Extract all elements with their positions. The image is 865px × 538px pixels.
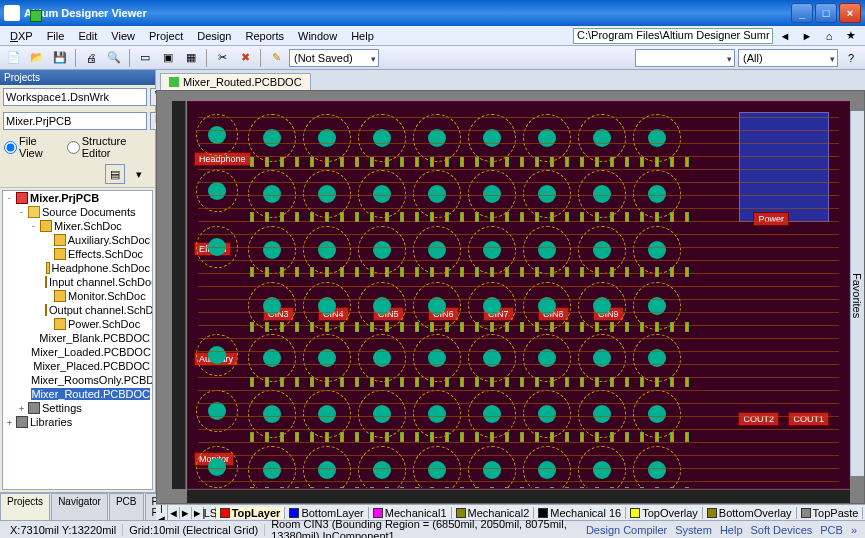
capacitor-footprint (633, 226, 681, 274)
menu-design[interactable]: Design (191, 28, 237, 44)
menu-help[interactable]: Help (345, 28, 380, 44)
close-button[interactable]: × (839, 3, 861, 23)
preview-button[interactable]: 🔍 (104, 48, 124, 68)
capacitor-footprint (633, 390, 681, 438)
save-button[interactable]: 💾 (50, 48, 70, 68)
capacitor-footprint (633, 282, 681, 330)
layer-nav-last[interactable]: ►| (192, 507, 204, 519)
menu-edit[interactable]: Edit (72, 28, 103, 44)
status-help[interactable]: Help (716, 524, 747, 536)
layer-toppaste[interactable]: TopPaste (797, 507, 864, 519)
capacitor-footprint (633, 334, 681, 382)
zoom-fit-button[interactable]: ▣ (158, 48, 178, 68)
filter-dropdown[interactable]: (All) (738, 49, 838, 67)
nav-favorite-button[interactable]: ★ (841, 26, 861, 46)
pcb-board[interactable]: Headphone Effects Auxiliary Monitor Powe… (187, 101, 850, 489)
menu-window[interactable]: Window (292, 28, 343, 44)
capacitor-footprint (248, 282, 296, 330)
workspace-input[interactable] (3, 88, 147, 106)
capacitor-footprint (303, 114, 351, 162)
file-view-radio[interactable]: File View (4, 135, 59, 159)
menu-dxp[interactable]: DXP (4, 28, 39, 44)
open-button[interactable]: 📂 (27, 48, 47, 68)
capacitor-footprint (468, 446, 516, 489)
nav-home-button[interactable]: ⌂ (819, 26, 839, 46)
capacitor-footprint (358, 170, 406, 218)
zoom-selected-button[interactable]: ▦ (181, 48, 201, 68)
help-button[interactable]: ? (841, 48, 861, 68)
capacitor-footprint (248, 334, 296, 382)
recent-path-dropdown[interactable]: C:\Program Files\Altium Designer Sumr (573, 28, 773, 44)
capacitor-footprint (196, 170, 238, 212)
tab-pcb[interactable]: PCB (109, 493, 144, 520)
capacitor-footprint (578, 170, 626, 218)
capacitor-footprint (196, 114, 238, 156)
cut-button[interactable]: ✂ (212, 48, 232, 68)
pcb-doc-icon (169, 77, 179, 87)
status-pcb[interactable]: PCB (816, 524, 847, 536)
capacitor-footprint (413, 282, 461, 330)
panel-menu-button[interactable]: ▾ (129, 164, 149, 184)
capacitor-footprint (413, 334, 461, 382)
capacitor-footprint (303, 334, 351, 382)
capacitor-footprint (303, 446, 351, 489)
maximize-button[interactable]: □ (815, 3, 837, 23)
cancel-button[interactable]: ✖ (235, 48, 255, 68)
capacitor-footprint (578, 334, 626, 382)
capacitor-footprint (523, 334, 571, 382)
side-tab-favorites[interactable]: Favorites (851, 115, 863, 476)
capacitor-footprint (468, 114, 516, 162)
capacitor-footprint (358, 334, 406, 382)
document-tab[interactable]: Mixer_Routed.PCBDOC (160, 73, 311, 90)
status-system[interactable]: System (671, 524, 716, 536)
capacitor-footprint (523, 446, 571, 489)
structure-editor-radio[interactable]: Structure Editor (67, 135, 151, 159)
capacitor-footprint (303, 390, 351, 438)
layer-nav-first[interactable]: |◄ (156, 504, 168, 520)
print-button[interactable]: 🖨 (81, 48, 101, 68)
menu-file[interactable]: File (41, 28, 71, 44)
project-tree[interactable]: -Mixer.PrjPCB -Source Documents -Mixer.S… (2, 190, 153, 490)
search-dropdown[interactable] (635, 49, 735, 67)
nav-back-button[interactable]: ◄ (775, 26, 795, 46)
capacitor-footprint (303, 226, 351, 274)
capacitor-footprint (358, 226, 406, 274)
menu-reports[interactable]: Reports (240, 28, 291, 44)
layer-nav-next[interactable]: ► (180, 507, 192, 519)
tree-selected-item: Mixer_Routed.PCBDOC (31, 388, 150, 400)
layer-nav-prev[interactable]: ◄ (168, 507, 180, 519)
layer-topoverlay[interactable]: TopOverlay (626, 507, 703, 519)
capacitor-footprint (303, 170, 351, 218)
tab-navigator[interactable]: Navigator (51, 493, 108, 520)
right-side-tabs: Favorites Clipboard Libraries (850, 111, 864, 476)
layer-bottomoverlay[interactable]: BottomOverlay (703, 507, 797, 519)
vertical-ruler (172, 101, 186, 489)
edit-button[interactable]: ✎ (266, 48, 286, 68)
status-pin-icon[interactable]: » (847, 524, 861, 536)
tab-projects[interactable]: Projects (0, 493, 50, 520)
app-icon (4, 5, 20, 21)
new-button[interactable]: 📄 (4, 48, 24, 68)
menu-project[interactable]: Project (143, 28, 189, 44)
capacitor-footprint (358, 282, 406, 330)
zoom-area-button[interactable]: ▭ (135, 48, 155, 68)
capacitor-footprint (413, 446, 461, 489)
panel-options-button[interactable]: ▤ (105, 164, 125, 184)
layer-ls[interactable]: LS (204, 507, 216, 519)
project-input[interactable] (3, 112, 147, 130)
status-design-compiler[interactable]: Design Compiler (582, 524, 671, 536)
capacitor-footprint (523, 170, 571, 218)
capacitor-footprint (196, 334, 238, 376)
capacitor-footprint (196, 390, 238, 432)
nav-fwd-button[interactable]: ► (797, 26, 817, 46)
capacitor-footprint (468, 334, 516, 382)
minimize-button[interactable]: _ (791, 3, 813, 23)
menu-view[interactable]: View (105, 28, 141, 44)
capacitor-footprint (413, 114, 461, 162)
unsaved-dropdown[interactable]: (Not Saved) (289, 49, 379, 67)
capacitor-footprint (358, 114, 406, 162)
capacitor-footprint (578, 226, 626, 274)
status-soft-devices[interactable]: Soft Devices (747, 524, 817, 536)
pcb-canvas[interactable]: Headphone Effects Auxiliary Monitor Powe… (156, 90, 865, 504)
capacitor-footprint (248, 226, 296, 274)
